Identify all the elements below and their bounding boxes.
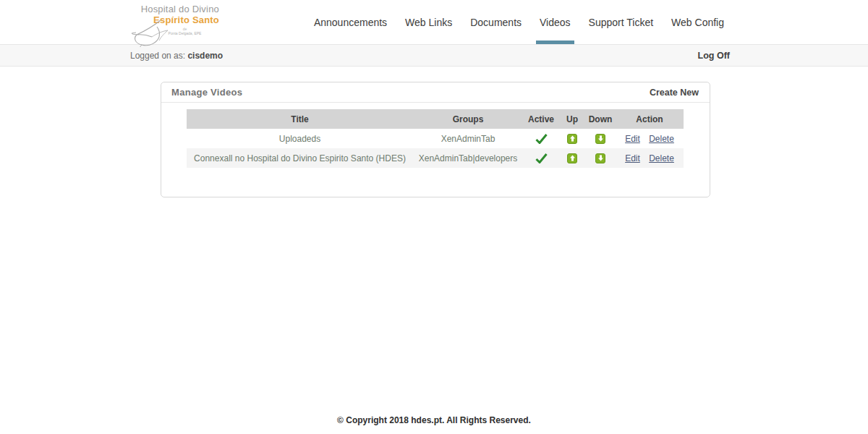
- video-active-cell: [523, 148, 559, 168]
- edit-link[interactable]: Edit: [625, 134, 640, 144]
- video-groups-cell: XenAdminTab|developers: [413, 148, 523, 168]
- dove-icon: [132, 20, 188, 50]
- manage-videos-panel: Manage Videos Create New Title Groups Ac…: [161, 82, 710, 197]
- main-nav: Announcements Web Links Documents Videos…: [302, 0, 730, 44]
- header-active: Active: [523, 109, 559, 129]
- video-action-cell: Edit Delete: [616, 129, 684, 148]
- header-action: Action: [616, 109, 684, 129]
- logged-on-label: Logged on as:: [130, 51, 185, 61]
- logged-on-username: cisdemo: [187, 51, 223, 61]
- log-off-button[interactable]: Log Off: [698, 51, 730, 61]
- video-down-cell: [585, 129, 616, 148]
- arrow-up-icon[interactable]: [567, 134, 577, 144]
- videos-table-wrap: Title Groups Active Up Down Action Uploa…: [161, 103, 710, 168]
- status-bar: Logged on as: cisdemo Log Off: [0, 44, 868, 67]
- video-title-cell: Connexall no Hospital do Divino Espirito…: [187, 148, 413, 168]
- header-up: Up: [559, 109, 585, 129]
- edit-link[interactable]: Edit: [625, 153, 640, 163]
- tab-web-config[interactable]: Web Config: [665, 0, 730, 44]
- tab-support-ticket[interactable]: Support Ticket: [583, 0, 660, 44]
- video-groups-cell: XenAdminTab: [413, 129, 523, 148]
- delete-link[interactable]: Delete: [649, 134, 674, 144]
- header: Hospital do Divino Espírito Santo de Pon…: [0, 0, 868, 44]
- video-down-cell: [585, 148, 616, 168]
- logo-title-line1: Hospital do Divino: [122, 4, 219, 14]
- arrow-down-icon[interactable]: [595, 134, 605, 144]
- table-row: Uploadeds XenAdminTab: [187, 129, 684, 148]
- tab-web-links[interactable]: Web Links: [399, 0, 458, 44]
- video-active-cell: [523, 129, 559, 148]
- video-title-cell: Uploadeds: [187, 129, 413, 148]
- hospital-logo: Hospital do Divino Espírito Santo de Pon…: [122, 4, 219, 35]
- arrow-up-icon[interactable]: [567, 153, 577, 163]
- panel-title: Manage Videos: [171, 87, 242, 98]
- tab-documents[interactable]: Documents: [464, 0, 527, 44]
- table-row: Connexall no Hospital do Divino Espirito…: [187, 148, 684, 168]
- check-icon: [535, 133, 548, 143]
- copyright-text: © Copyright 2018 hdes.pt. All Rights Res…: [0, 415, 868, 425]
- arrow-down-icon[interactable]: [595, 153, 605, 163]
- header-title: Title: [187, 109, 413, 129]
- tab-announcements[interactable]: Announcements: [308, 0, 393, 44]
- header-down: Down: [585, 109, 616, 129]
- tab-videos[interactable]: Videos: [534, 0, 576, 44]
- delete-link[interactable]: Delete: [649, 153, 674, 163]
- header-groups: Groups: [413, 109, 523, 129]
- logged-on-text: Logged on as: cisdemo: [130, 51, 223, 61]
- create-new-button[interactable]: Create New: [650, 88, 699, 98]
- table-header-row: Title Groups Active Up Down Action: [187, 109, 684, 129]
- video-up-cell: [559, 129, 585, 148]
- check-icon: [535, 153, 548, 163]
- video-up-cell: [559, 148, 585, 168]
- videos-table: Title Groups Active Up Down Action Uploa…: [187, 109, 684, 168]
- panel-header: Manage Videos Create New: [161, 82, 710, 103]
- video-action-cell: Edit Delete: [616, 148, 684, 168]
